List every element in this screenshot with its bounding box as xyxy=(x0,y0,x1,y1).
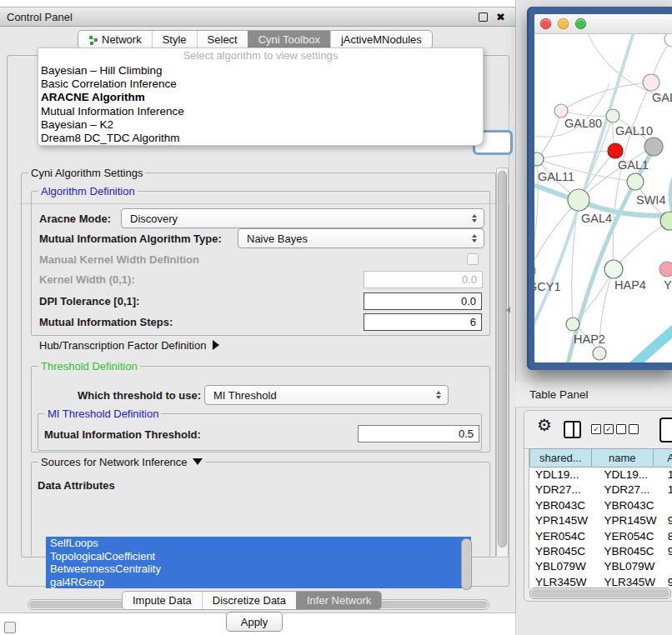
algorithm-item-dream8-dc-tdc-algorithm[interactable]: Dream8 DC_TDC Algorithm xyxy=(38,132,483,145)
network-canvas[interactable]: GALGAL80GAL10GAL1GAL11GAL4SWI4GCY1HAP4YH… xyxy=(534,34,672,362)
node-label-gal4: GAL4 xyxy=(581,212,612,225)
node-table: shared...nameA YDL19...YDL19...13YDR27..… xyxy=(529,448,672,589)
attribute-item-topologicalcoefficient[interactable]: TopologicalCoefficient xyxy=(46,550,471,563)
tab-discretize-data[interactable]: Discretize Data xyxy=(202,592,296,609)
apply-button[interactable]: Apply xyxy=(226,612,283,632)
mi-threshold-input[interactable]: 0.5 xyxy=(358,425,479,442)
tab-cyni-toolbox[interactable]: Cyni Toolbox xyxy=(248,31,330,48)
aracne-mode-select[interactable]: Discovery xyxy=(121,208,484,228)
tab-select[interactable]: Select xyxy=(197,31,248,48)
kernel-width-input[interactable]: 0.0 xyxy=(364,271,483,288)
network-node[interactable] xyxy=(608,143,623,158)
mi-algorithm-type-value: Naive Bayes xyxy=(247,232,468,245)
table-horizontal-scrollbar[interactable] xyxy=(529,588,671,599)
network-node[interactable] xyxy=(664,34,672,47)
collapse-arrow-icon xyxy=(193,458,203,465)
table-row-ybr043c[interactable]: YBR043CYBR043C xyxy=(529,498,672,513)
cell: YBR045C xyxy=(596,544,665,559)
new-table-icon[interactable] xyxy=(659,418,672,442)
algorithm-item-aracne-algorithm[interactable]: ARACNE Algorithm xyxy=(38,91,483,104)
tab-impute-data[interactable]: Impute Data xyxy=(123,592,202,609)
table-row-ybl079w[interactable]: YBL079WYBL079W xyxy=(529,559,672,574)
network-node-y[interactable] xyxy=(659,262,672,277)
table-row-ybr045c[interactable]: YBR045CYBR045C9. xyxy=(529,544,672,559)
dpi-tolerance-value: 0.0 xyxy=(461,295,476,308)
table-row-ypr145w[interactable]: YPR145WYPR145W9. xyxy=(529,513,672,528)
column-header-shared[interactable]: shared... xyxy=(529,448,592,468)
mi-steps-input[interactable]: 6 xyxy=(364,313,482,331)
tab-label: Impute Data xyxy=(133,592,192,609)
float-window-icon[interactable] xyxy=(479,12,488,22)
network-node-hap2[interactable] xyxy=(566,318,579,331)
cell: YER054C xyxy=(529,529,596,544)
attribute-item-gal4rgexp[interactable]: gal4RGexp xyxy=(46,576,471,589)
close-icon[interactable]: ✖ xyxy=(496,12,505,22)
algorithm-item-bayesian-hill-climbing[interactable]: Bayesian – Hill Climbing xyxy=(38,64,483,78)
dpi-tolerance-input[interactable]: 0.0 xyxy=(364,292,482,310)
tab-label: Cyni Toolbox xyxy=(258,31,320,48)
network-edge[interactable] xyxy=(537,151,615,159)
network-node-gal11[interactable] xyxy=(534,152,544,166)
attribute-item-selfloops[interactable]: SelfLoops xyxy=(46,537,471,550)
cell xyxy=(666,559,672,574)
split-columns-icon[interactable] xyxy=(564,421,581,438)
splitter-handle-icon[interactable] xyxy=(506,307,510,313)
mi-threshold-label: Mutual Information Threshold: xyxy=(44,428,201,441)
table-row-ydr27[interactable]: YDR27...YDR27...12 xyxy=(529,482,672,498)
tab-label: jActiveMNodules xyxy=(341,31,422,48)
cell: YDR27... xyxy=(596,482,665,498)
select-all-icon[interactable]: ✓✓ xyxy=(591,424,614,434)
hub-definition-expander[interactable]: Hub/Transcription Factor Definition xyxy=(39,339,219,352)
tab-network[interactable]: Network xyxy=(78,31,152,48)
tab-jactivemnodules[interactable]: jActiveMNodules xyxy=(330,31,432,48)
network-node-gal4[interactable] xyxy=(568,189,589,211)
minimized-panel-icon[interactable] xyxy=(4,622,16,633)
mi-steps-label: Mutual Information Steps: xyxy=(39,316,173,328)
network-node-gcy1[interactable] xyxy=(534,264,535,278)
network-edge[interactable] xyxy=(614,221,669,269)
attribute-item-betweennesscentrality[interactable]: BetweennessCentrality xyxy=(46,562,471,576)
table-row-yer054c[interactable]: YER054CYER054C8. xyxy=(529,529,672,544)
manual-kernel-width-checkbox[interactable] xyxy=(467,253,479,265)
close-traffic-light[interactable] xyxy=(540,18,551,29)
column-header-name[interactable]: name xyxy=(592,448,654,468)
cell: YDL19... xyxy=(596,468,665,482)
algorithm-item-mutual-information-inference[interactable]: Mutual Information Inference xyxy=(38,105,483,118)
cell: 9. xyxy=(666,513,672,528)
network-node-gal[interactable] xyxy=(643,74,659,91)
settings-gear-icon[interactable]: ⚙ xyxy=(537,417,552,433)
network-edge[interactable] xyxy=(561,82,651,111)
node-label-gal: GAL xyxy=(652,91,672,104)
screen: Control Panel ✖ NetworkStyleSelectCyni T… xyxy=(0,0,672,635)
network-node-gal1[interactable] xyxy=(627,173,644,190)
which-threshold-select[interactable]: MI Threshold xyxy=(204,385,449,405)
network-node-hap4[interactable] xyxy=(604,260,623,278)
attributes-scrollbar[interactable] xyxy=(461,538,472,590)
network-edge[interactable] xyxy=(537,111,561,159)
deselect-all-icon[interactable] xyxy=(616,424,639,434)
algorithm-item-bayesian-k2[interactable]: Bayesian – K2 xyxy=(38,118,483,132)
algorithm-item-basic-correlation-inference[interactable]: Basic Correlation Inference xyxy=(38,78,483,91)
tab-style[interactable]: Style xyxy=(152,31,197,48)
network-window-titlebar[interactable] xyxy=(534,14,672,34)
node-label-swi4: SWI4 xyxy=(636,193,665,207)
network-node[interactable] xyxy=(593,347,606,360)
cell: YBR043C xyxy=(529,498,596,513)
network-edge-weighted[interactable] xyxy=(564,142,658,362)
table-row-ydl19[interactable]: YDL19...YDL19...13 xyxy=(529,468,672,482)
minimize-traffic-light[interactable] xyxy=(558,18,569,29)
network-node[interactable] xyxy=(644,138,663,156)
network-node-gal80[interactable] xyxy=(554,104,568,118)
tab-infer-network[interactable]: Infer Network xyxy=(296,592,381,609)
network-node-gal10[interactable] xyxy=(606,109,619,122)
which-threshold-label: Which threshold to use: xyxy=(78,389,201,402)
mi-algorithm-type-select[interactable]: Naive Bayes xyxy=(238,228,484,248)
aracne-mode-label: Aracne Mode: xyxy=(39,212,111,225)
zoom-traffic-light[interactable] xyxy=(575,18,586,29)
settings-vertical-scrollbar[interactable] xyxy=(496,168,509,558)
network-edge[interactable] xyxy=(561,111,613,116)
column-header-a[interactable]: A xyxy=(654,448,672,468)
network-edge-weighted[interactable] xyxy=(606,319,672,362)
table-header-row: shared...nameA xyxy=(529,448,672,468)
aracne-mode-value: Discovery xyxy=(130,212,468,225)
